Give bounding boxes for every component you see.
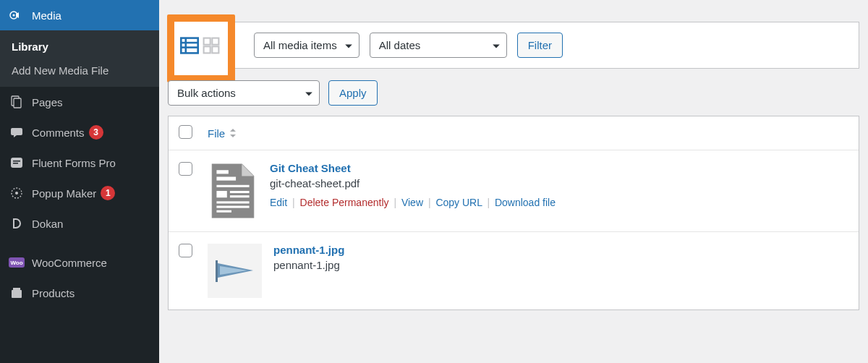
view-toggle-group: [179, 35, 222, 56]
file-meta: pennant-1.jpg pennant-1.jpg: [273, 244, 848, 278]
sidebar-item-products[interactable]: Products: [0, 278, 159, 308]
sidebar-item-popup-maker[interactable]: Popup Maker 1: [0, 178, 159, 208]
sidebar-separator: [0, 239, 159, 247]
sidebar-item-comments[interactable]: Comments 3: [0, 117, 159, 148]
sidebar-submenu-media: Library Add New Media File: [0, 30, 159, 87]
delete-link[interactable]: Delete Permanently: [300, 197, 389, 208]
row-actions: Edit | Delete Permanently | View | Copy …: [270, 197, 848, 208]
sort-icon: [229, 128, 237, 138]
sidebar-popup-label: Popup Maker: [32, 187, 96, 200]
row-checkbox[interactable]: [179, 162, 192, 176]
sidebar-sub-add-new[interactable]: Add New Media File: [0, 59, 159, 82]
sidebar-item-fluent-forms[interactable]: Fluent Forms Pro: [0, 148, 159, 178]
admin-sidebar: Media Library Add New Media File Pages C…: [0, 0, 159, 363]
media-icon: [9, 7, 25, 23]
svg-rect-30: [216, 210, 231, 213]
comments-icon: [9, 124, 25, 140]
file-thumbnail[interactable]: [208, 244, 262, 298]
file-thumbnail[interactable]: [208, 162, 258, 220]
svg-point-9: [15, 192, 18, 195]
chevron-down-icon: [305, 90, 313, 98]
edit-link[interactable]: Edit: [270, 197, 287, 208]
svg-rect-29: [216, 206, 249, 208]
woocommerce-icon: Woo: [9, 255, 25, 270]
pennant-image-icon: [213, 257, 258, 285]
media-toolbar: All media items All dates Filter: [168, 22, 859, 69]
svg-rect-26: [230, 191, 250, 193]
sidebar-comments-label: Comments: [32, 127, 85, 139]
dokan-icon: [9, 215, 25, 231]
comments-badge: 3: [89, 125, 103, 140]
filter-button[interactable]: Filter: [517, 33, 563, 58]
separator: |: [393, 197, 396, 208]
list-view-button[interactable]: [179, 35, 200, 56]
date-filter[interactable]: All dates: [370, 33, 507, 58]
svg-rect-27: [230, 195, 250, 197]
main-content: All media items All dates Filter Bulk ac…: [159, 0, 868, 363]
file-meta: Git Cheat Sheet git-cheat-sheet.pdf Edit…: [270, 162, 848, 208]
bulk-value: Bulk actions: [177, 87, 236, 99]
sidebar-item-dokan[interactable]: Dokan: [0, 208, 159, 239]
svg-point-1: [13, 14, 15, 17]
sidebar-products-label: Products: [32, 287, 75, 299]
svg-rect-28: [216, 201, 249, 203]
svg-rect-19: [212, 38, 218, 44]
sidebar-sub-library[interactable]: Library: [0, 35, 159, 59]
download-link[interactable]: Download file: [495, 197, 556, 208]
sidebar-dokan-label: Dokan: [32, 218, 63, 230]
pages-icon: [9, 94, 25, 110]
fluent-forms-icon: [9, 155, 25, 171]
table-row: pennant-1.jpg pennant-1.jpg: [169, 232, 859, 309]
svg-rect-23: [216, 177, 236, 181]
date-filter-value: All dates: [379, 39, 421, 51]
file-title-link[interactable]: Git Cheat Sheet: [270, 162, 848, 174]
svg-rect-6: [13, 161, 20, 162]
svg-rect-20: [204, 46, 210, 53]
sidebar-item-media[interactable]: Media: [0, 0, 159, 30]
svg-rect-22: [216, 170, 228, 174]
file-name-text: pennant-1.jpg: [273, 259, 848, 271]
media-filter-value: All media items: [263, 39, 337, 51]
select-all-checkbox[interactable]: [179, 125, 192, 139]
svg-rect-21: [212, 46, 218, 53]
media-table: File: [168, 116, 859, 310]
svg-text:Woo: Woo: [10, 260, 22, 266]
popup-badge: 1: [101, 186, 115, 200]
chevron-down-icon: [492, 43, 501, 50]
grid-view-button[interactable]: [200, 35, 222, 56]
table-header: File: [169, 116, 859, 150]
sidebar-fluent-label: Fluent Forms Pro: [32, 157, 116, 169]
table-row: Git Cheat Sheet git-cheat-sheet.pdf Edit…: [169, 150, 859, 232]
popup-maker-icon: [9, 185, 25, 201]
products-icon: [9, 285, 25, 301]
view-link[interactable]: View: [401, 197, 423, 208]
sidebar-item-woocommerce[interactable]: Woo WooCommerce: [0, 247, 159, 278]
apply-button[interactable]: Apply: [328, 80, 378, 106]
svg-rect-13: [13, 288, 20, 290]
file-name-text: git-cheat-sheet.pdf: [270, 177, 848, 189]
sidebar-woo-label: WooCommerce: [32, 257, 107, 269]
svg-rect-4: [14, 98, 21, 108]
svg-rect-2: [16, 14, 17, 17]
document-icon: [210, 163, 255, 219]
file-title-link[interactable]: pennant-1.jpg: [273, 244, 848, 256]
row-checkbox[interactable]: [179, 244, 192, 257]
separator: |: [487, 197, 490, 208]
copy-url-link[interactable]: Copy URL: [435, 197, 482, 208]
separator: |: [428, 197, 431, 208]
chevron-down-icon: [344, 43, 353, 50]
bulk-action-select[interactable]: Bulk actions: [168, 80, 320, 106]
sidebar-item-pages[interactable]: Pages: [0, 87, 159, 117]
file-header-label: File: [208, 127, 225, 140]
svg-rect-7: [13, 163, 18, 164]
svg-rect-25: [216, 191, 226, 197]
svg-rect-14: [181, 38, 197, 53]
svg-rect-18: [204, 38, 210, 44]
sidebar-media-label: Media: [32, 9, 61, 22]
media-type-filter[interactable]: All media items: [254, 33, 359, 58]
bulk-action-row: Bulk actions Apply: [168, 80, 859, 106]
svg-rect-24: [216, 185, 249, 187]
file-column-header[interactable]: File: [208, 127, 237, 140]
sidebar-pages-label: Pages: [32, 96, 63, 108]
svg-rect-12: [12, 290, 22, 298]
